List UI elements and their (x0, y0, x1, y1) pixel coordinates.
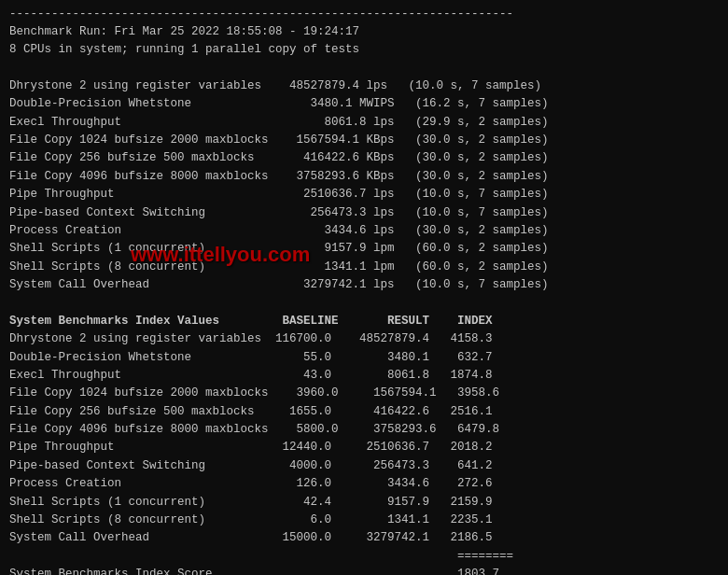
index-row: File Copy 4096 bufsize 8000 maxblocks 58… (9, 421, 719, 439)
index-container: Dhrystone 2 using register variables 116… (9, 330, 719, 548)
result-row: Pipe-based Context Switching 256473.3 lp… (9, 204, 719, 222)
result-row: Pipe Throughput 2510636.7 lps (10.0 s, 7… (9, 186, 719, 203)
index-row: File Copy 256 bufsize 500 maxblocks 1655… (9, 403, 719, 421)
result-row: Dhrystone 2 using register variables 485… (9, 77, 719, 95)
result-row: File Copy 256 bufsize 500 maxblocks 4164… (9, 149, 719, 167)
header-line1: Benchmark Run: Fri Mar 25 2022 18:55:08 … (9, 23, 719, 41)
blank1 (9, 60, 719, 77)
result-row: System Call Overhead 3279742.1 lps (10.0… (9, 276, 719, 294)
double-line: ======== (9, 548, 719, 566)
index-row: Pipe-based Context Switching 4000.0 2564… (9, 457, 719, 475)
index-row: Double-Precision Whetstone 55.0 3480.1 6… (9, 349, 719, 367)
result-row: File Copy 4096 bufsize 8000 maxblocks 37… (9, 168, 719, 186)
header-line2: 8 CPUs in system; running 1 parallel cop… (9, 41, 719, 59)
index-row: Dhrystone 2 using register variables 116… (9, 330, 719, 348)
index-row: Execl Throughput 43.0 8061.8 1874.8 (9, 367, 719, 385)
index-row: System Call Overhead 15000.0 3279742.1 2… (9, 529, 719, 547)
index-row: Shell Scripts (1 concurrent) 42.4 9157.9… (9, 494, 719, 512)
index-row: Process Creation 126.0 3434.6 272.6 (9, 475, 719, 493)
result-row: Shell Scripts (8 concurrent) 1341.1 lpm … (9, 259, 719, 276)
divider-top: ----------------------------------------… (9, 6, 719, 23)
index-row: File Copy 1024 bufsize 2000 maxblocks 39… (9, 385, 719, 402)
index-header: System Benchmarks Index Values BASELINE … (9, 313, 719, 330)
result-row: Double-Precision Whetstone 3480.1 MWIPS … (9, 95, 719, 113)
index-row: Shell Scripts (8 concurrent) 6.0 1341.1 … (9, 512, 719, 529)
blank2 (9, 294, 719, 312)
result-row: Process Creation 3434.6 lps (30.0 s, 2 s… (9, 222, 719, 240)
result-row: Shell Scripts (1 concurrent) 9157.9 lpm … (9, 240, 719, 258)
score-line: System Benchmarks Index Score 1803.7 (9, 566, 719, 575)
results-container: Dhrystone 2 using register variables 485… (9, 77, 719, 295)
terminal-window: ----------------------------------------… (0, 0, 728, 575)
result-row: File Copy 1024 bufsize 2000 maxblocks 15… (9, 132, 719, 149)
index-row: Pipe Throughput 12440.0 2510636.7 2018.2 (9, 439, 719, 456)
result-row: Execl Throughput 8061.8 lps (29.9 s, 2 s… (9, 114, 719, 132)
